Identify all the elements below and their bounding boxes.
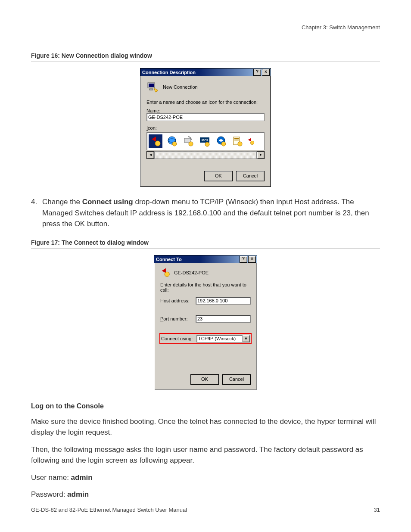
name-label: Name: — [146, 108, 265, 113]
dialog-titlebar: Connection Description ? × — [140, 68, 271, 76]
name-input[interactable] — [146, 113, 265, 121]
host-address-input[interactable] — [196, 297, 251, 305]
ok-button[interactable]: OK — [204, 171, 233, 181]
highlight-box: Connect using: ▼ — [159, 333, 252, 344]
icon-option-5[interactable] — [214, 134, 228, 148]
dialog-titlebar: Connect To ? × — [154, 255, 257, 263]
icon-picker[interactable]: MCI — [146, 132, 265, 150]
figure-17-caption: Figure 17: The Connect to dialog window — [31, 239, 380, 246]
figure-rule — [31, 62, 380, 62]
scroll-left-button[interactable]: ◂ — [146, 151, 154, 159]
icon-scrollbar[interactable]: ◂ ▸ — [146, 151, 265, 159]
svg-rect-1 — [149, 84, 154, 87]
cancel-button[interactable]: Cancel — [236, 171, 265, 181]
dialog-instruction: Enter a name and choose an icon for the … — [146, 100, 265, 105]
username-line: User name: admin — [31, 472, 380, 483]
body-paragraph-2: Then, the following message asks the log… — [31, 444, 380, 466]
svg-point-13 — [221, 142, 226, 146]
scroll-track[interactable] — [154, 151, 257, 159]
dialog-title: Connection Description — [142, 70, 196, 75]
host-address-label: Host address: — [160, 298, 196, 303]
connect-using-value[interactable] — [196, 335, 242, 342]
port-number-label: Port number: — [160, 316, 196, 321]
chevron-down-icon[interactable]: ▼ — [242, 335, 250, 342]
svg-point-8 — [189, 142, 193, 146]
connect-using-select[interactable]: ▼ — [196, 335, 250, 342]
step-4: 4. Change the Connect using drop-down me… — [31, 196, 380, 230]
footer-title: GE-DS-82 and 82-PoE Ethernet Managed Swi… — [31, 507, 187, 513]
svg-point-11 — [205, 142, 209, 146]
dialog-instruction: Enter details for the host that you want… — [160, 282, 251, 292]
help-button[interactable]: ? — [240, 256, 247, 263]
svg-point-17 — [238, 142, 242, 146]
new-connection-label: New Connection — [163, 84, 198, 90]
icon-option-3[interactable] — [181, 134, 195, 148]
svg-rect-15 — [234, 138, 239, 139]
password-line: Password: admin — [31, 489, 380, 500]
svg-point-19 — [165, 272, 169, 277]
step-number: 4. — [31, 196, 42, 230]
body-paragraph-1: Make sure the device finished booting. O… — [31, 416, 380, 438]
figure-rule — [31, 249, 380, 249]
icon-label: Icon: — [146, 125, 265, 131]
icon-option-6[interactable] — [230, 134, 244, 148]
svg-point-18 — [250, 141, 254, 144]
connect-to-dialog: Connect To ? × GE-DS242-POE Enter detail… — [154, 255, 257, 390]
connect-using-label: Connect using: — [161, 336, 196, 341]
svg-rect-16 — [234, 140, 239, 140]
icon-option-7[interactable] — [247, 134, 255, 148]
dialog-title: Connect To — [156, 257, 182, 262]
svg-rect-2 — [149, 89, 153, 90]
scroll-right-button[interactable]: ▸ — [257, 151, 265, 159]
log-on-heading: Log on to the Console — [31, 402, 380, 410]
page-number: 31 — [374, 507, 380, 513]
icon-option-4[interactable]: MCI — [198, 134, 212, 148]
help-button[interactable]: ? — [253, 69, 261, 76]
icon-option-2[interactable] — [165, 134, 179, 148]
connection-name: GE-DS242-POE — [174, 270, 209, 275]
port-number-input[interactable] — [196, 315, 251, 323]
step-text: Change the Connect using drop-down menu … — [42, 196, 380, 230]
close-button[interactable]: × — [248, 256, 256, 263]
svg-point-3 — [155, 141, 160, 146]
svg-point-6 — [172, 142, 177, 146]
icon-option-1[interactable] — [149, 134, 162, 148]
close-button[interactable]: × — [262, 69, 270, 76]
ok-button[interactable]: OK — [190, 374, 219, 385]
svg-text:MCI: MCI — [202, 138, 208, 142]
connection-description-dialog: Connection Description ? × New Connectio… — [140, 68, 271, 187]
chapter-header: Chapter 3: Switch Management — [31, 24, 380, 31]
cancel-button[interactable]: Cancel — [222, 374, 251, 385]
figure-16-caption: Figure 16: New Connection dialog window — [31, 52, 380, 59]
connection-icon — [160, 268, 171, 278]
new-connection-icon — [146, 81, 159, 93]
